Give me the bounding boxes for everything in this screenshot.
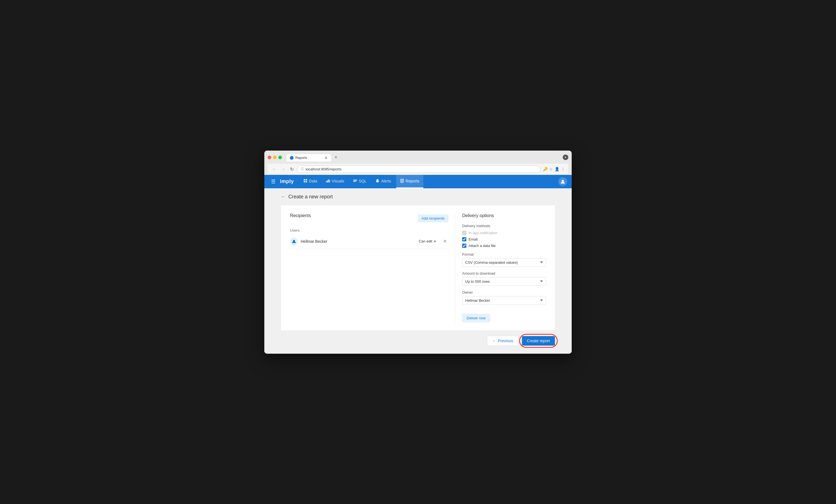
visuals-icon bbox=[326, 179, 330, 183]
permission-dropdown[interactable]: Can edit ▼ bbox=[419, 239, 436, 243]
format-label: Format bbox=[462, 252, 546, 256]
amount-select[interactable]: Up to 500 rows Up to 1000 rows Up to 500… bbox=[462, 277, 546, 286]
address-bar[interactable]: ⓘ localhost:9095/reports bbox=[297, 166, 541, 173]
maximize-traffic-light[interactable] bbox=[278, 156, 282, 159]
add-recipients-button[interactable]: Add recipients bbox=[418, 214, 449, 222]
app-nav: ☰ imply Data Vi bbox=[264, 175, 572, 188]
new-tab-button[interactable]: + bbox=[333, 153, 339, 161]
svg-rect-7 bbox=[327, 180, 328, 182]
back-to-reports-button[interactable]: ← bbox=[281, 194, 286, 199]
email-row: Email bbox=[462, 237, 546, 241]
users-label: Users bbox=[290, 228, 449, 232]
nav-item-visuals-label: Visuals bbox=[332, 179, 344, 183]
svg-rect-6 bbox=[326, 181, 327, 182]
in-app-checkbox bbox=[462, 231, 466, 235]
toolbar-actions: 🔑 ☆ 👤 ⋮ bbox=[543, 167, 565, 171]
svg-rect-11 bbox=[353, 180, 357, 181]
page-title: Create a new report bbox=[288, 194, 333, 200]
amount-label: Amount to download bbox=[462, 271, 546, 275]
browser-chrome: Reports ✕ + ← → ↻ ⓘ localhost:9095/repor… bbox=[264, 151, 572, 175]
owner-label: Owner bbox=[462, 290, 546, 294]
alerts-icon bbox=[376, 179, 379, 183]
attach-data-file-row: Attach a data file bbox=[462, 244, 546, 248]
address-icon: ⓘ bbox=[301, 167, 304, 172]
nav-item-data[interactable]: Data bbox=[300, 175, 321, 188]
svg-rect-9 bbox=[329, 180, 330, 182]
svg-rect-12 bbox=[353, 181, 356, 182]
email-label: Email bbox=[469, 237, 478, 241]
svg-rect-14 bbox=[401, 180, 403, 180]
recipients-section: Recipients Add recipients Users Hellmar … bbox=[290, 213, 449, 323]
delivery-section: Delivery options Delivery methods In-app… bbox=[462, 213, 546, 323]
svg-rect-10 bbox=[353, 180, 357, 180]
format-field-group: Format CSV (Comma-separated values) JSON… bbox=[462, 252, 546, 267]
user-menu-button[interactable] bbox=[558, 177, 567, 186]
svg-rect-5 bbox=[306, 181, 307, 182]
owner-field-group: Owner Hellmar Becker bbox=[462, 290, 546, 305]
nav-item-reports-label: Reports bbox=[406, 179, 419, 183]
recipient-row: Hellmar Becker Can edit ▼ ✕ bbox=[290, 235, 449, 248]
nav-item-sql[interactable]: SQL bbox=[349, 175, 370, 188]
email-checkbox[interactable] bbox=[462, 237, 466, 241]
sql-icon bbox=[353, 179, 357, 183]
nav-item-visuals[interactable]: Visuals bbox=[322, 175, 348, 188]
svg-point-0 bbox=[290, 156, 293, 159]
deliver-now-button[interactable]: Deliver now bbox=[462, 314, 490, 323]
recipient-avatar bbox=[290, 237, 298, 245]
reports-icon bbox=[400, 179, 404, 183]
back-button[interactable]: ← bbox=[271, 166, 278, 172]
svg-rect-2 bbox=[304, 179, 305, 180]
svg-rect-15 bbox=[401, 181, 403, 181]
profile-icon[interactable]: 👤 bbox=[555, 167, 559, 171]
nav-item-alerts[interactable]: Alerts bbox=[372, 175, 395, 188]
tab-favicon bbox=[290, 156, 294, 160]
app-logo: imply bbox=[280, 178, 294, 185]
browser-toolbar: ← → ↻ ⓘ localhost:9095/reports 🔑 ☆ 👤 ⋮ bbox=[268, 164, 568, 175]
recipients-section-title: Recipients bbox=[290, 213, 311, 218]
page-content: ← Create a new report Recipients Add rec… bbox=[264, 188, 572, 354]
browser-tab-reports[interactable]: Reports ✕ bbox=[286, 154, 331, 161]
delivery-methods-label: Delivery methods bbox=[462, 224, 546, 228]
previous-label: Previous bbox=[498, 338, 513, 343]
nav-item-sql-label: SQL bbox=[359, 179, 366, 183]
forward-button[interactable]: → bbox=[280, 166, 287, 172]
remove-recipient-button[interactable]: ✕ bbox=[441, 238, 449, 245]
tab-close-button[interactable]: ✕ bbox=[324, 156, 328, 160]
recipients-section-header: Recipients Add recipients bbox=[290, 213, 449, 224]
create-report-button[interactable]: Create report bbox=[522, 336, 555, 346]
refresh-button[interactable]: ↻ bbox=[289, 166, 295, 172]
close-traffic-light[interactable] bbox=[268, 156, 271, 159]
star-icon[interactable]: ☆ bbox=[549, 167, 553, 171]
nav-item-reports[interactable]: Reports bbox=[396, 175, 423, 188]
tab-bar: Reports ✕ + bbox=[286, 153, 563, 161]
amount-field-group: Amount to download Up to 500 rows Up to … bbox=[462, 271, 546, 286]
svg-rect-4 bbox=[304, 181, 305, 182]
attach-data-file-label: Attach a data file bbox=[469, 244, 496, 248]
hamburger-button[interactable]: ☰ bbox=[269, 176, 278, 187]
svg-rect-16 bbox=[401, 181, 402, 182]
format-select[interactable]: CSV (Comma-separated values) JSON Excel bbox=[462, 258, 546, 267]
menu-icon[interactable]: ⋮ bbox=[561, 167, 565, 171]
titlebar: Reports ✕ + bbox=[268, 153, 568, 161]
permission-chevron-icon: ▼ bbox=[433, 240, 436, 243]
nav-item-alerts-label: Alerts bbox=[381, 179, 391, 183]
svg-rect-3 bbox=[306, 179, 307, 180]
prev-arrow-icon: ← bbox=[492, 338, 496, 343]
owner-select[interactable]: Hellmar Becker bbox=[462, 296, 546, 305]
in-app-label: In-app notification bbox=[469, 231, 497, 235]
browser-window: Reports ✕ + ← → ↻ ⓘ localhost:9095/repor… bbox=[264, 151, 572, 354]
in-app-notification-row: In-app notification bbox=[462, 231, 546, 235]
create-report-wrapper: Create report bbox=[522, 336, 555, 346]
traffic-lights bbox=[268, 156, 282, 159]
key-icon: 🔑 bbox=[543, 167, 548, 171]
attach-data-file-checkbox[interactable] bbox=[462, 244, 466, 248]
tab-title: Reports bbox=[295, 156, 307, 160]
nav-item-data-label: Data bbox=[309, 179, 318, 183]
delivery-section-title: Delivery options bbox=[462, 213, 546, 218]
form-container: Recipients Add recipients Users Hellmar … bbox=[281, 205, 555, 330]
minimize-traffic-light[interactable] bbox=[273, 156, 277, 159]
previous-button[interactable]: ← Previous bbox=[487, 336, 518, 346]
data-icon bbox=[303, 179, 307, 183]
permission-label: Can edit bbox=[419, 239, 432, 243]
footer-actions: ← Previous Create report bbox=[281, 330, 555, 348]
